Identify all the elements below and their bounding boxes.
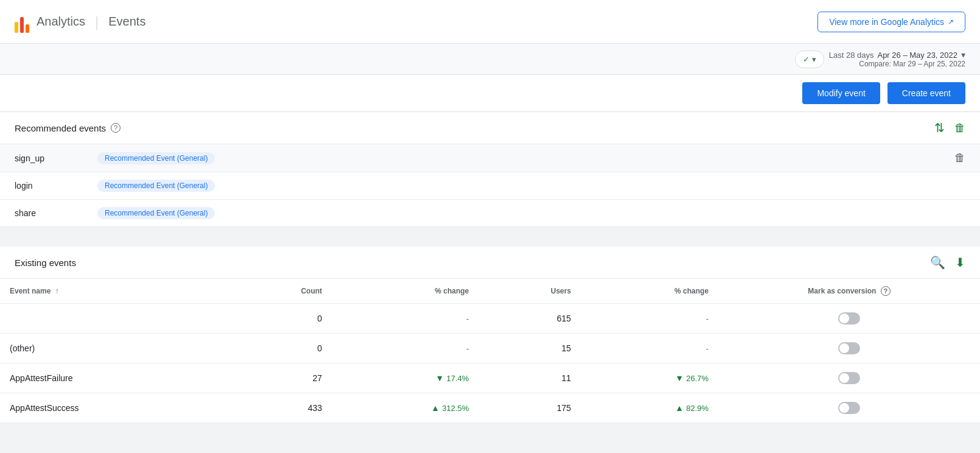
count-trend-icon: ▲	[431, 403, 439, 413]
col-users-change: % change	[581, 279, 718, 304]
date-range-info: Last 28 days Apr 26 – May 23, 2022 ▾ Com…	[829, 50, 965, 68]
col-mark-conversion: Mark as conversion ?	[718, 279, 980, 304]
recommended-help-icon[interactable]: ?	[111, 123, 121, 133]
recommended-delete-button[interactable]: 🗑	[954, 122, 965, 135]
view-more-button[interactable]: View more in Google Analytics ↗	[817, 12, 965, 32]
count-change-value: 312.5%	[442, 404, 469, 413]
col-count-change: % change	[332, 279, 478, 304]
date-range-dropdown[interactable]: ▾	[961, 50, 965, 60]
existing-header: Existing events 🔍 ⬇	[0, 247, 980, 279]
filter-chevron-icon: ▾	[812, 55, 816, 64]
count-change-cell: ▲ 312.5%	[332, 393, 478, 423]
conversion-toggle-cell	[718, 334, 980, 363]
event-name-cell	[0, 304, 228, 334]
col-count: Count	[228, 279, 332, 304]
count-change-cell: ▼ 17.4%	[332, 363, 478, 393]
table-row: (other) 0 - 15 -	[0, 334, 980, 363]
conversion-toggle[interactable]	[838, 402, 860, 414]
filter-check-icon: ✓	[803, 55, 810, 64]
download-button[interactable]: ⬇	[955, 255, 965, 270]
event-name-cell: AppAttestFailure	[0, 363, 228, 393]
header-divider: |	[95, 13, 99, 30]
existing-section: Existing events 🔍 ⬇ Event name ↑ Count %…	[0, 247, 980, 423]
external-link-icon: ↗	[948, 18, 954, 26]
count-change-value: 17.4%	[446, 374, 469, 383]
count-cell: 0	[228, 334, 332, 363]
create-event-button[interactable]: Create event	[887, 82, 965, 104]
recommended-event-row: share Recommended Event (General)	[0, 200, 980, 227]
action-row: Modify event Create event	[0, 75, 980, 112]
event-name-login: login	[15, 181, 88, 191]
app-header: Analytics | Events View more in Google A…	[0, 0, 980, 44]
sort-icon: ↑	[55, 287, 59, 295]
conversion-toggle[interactable]	[838, 342, 860, 354]
recommended-icons: ⇅ 🗑	[934, 121, 965, 135]
logo-bar-1	[15, 22, 18, 33]
users-change-cell: ▲ 82.9%	[581, 393, 718, 423]
users-cell: 15	[478, 334, 581, 363]
count-cell: 27	[228, 363, 332, 393]
event-name-sign-up: sign_up	[15, 153, 88, 163]
col-users: Users	[478, 279, 581, 304]
logo-bar-3	[26, 24, 29, 33]
conversion-toggle-cell	[718, 363, 980, 393]
count-cell: 0	[228, 304, 332, 334]
event-name-cell: (other)	[0, 334, 228, 363]
conversion-toggle-cell	[718, 393, 980, 423]
date-range-text: Apr 26 – May 23, 2022	[877, 51, 957, 60]
recommended-event-row: login Recommended Event (General)	[0, 172, 980, 200]
users-change-cell: ▼ 26.7%	[581, 363, 718, 393]
users-change-cell: -	[581, 334, 718, 363]
recommended-sort-button[interactable]: ⇅	[934, 121, 945, 135]
date-bar: ✓ ▾ Last 28 days Apr 26 – May 23, 2022 ▾…	[0, 44, 980, 75]
modify-event-button[interactable]: Modify event	[802, 82, 880, 104]
event-name-share: share	[15, 208, 88, 218]
users-cell: 615	[478, 304, 581, 334]
count-trend-icon: ▼	[436, 373, 444, 383]
count-change-cell: -	[332, 334, 478, 363]
table-row: AppAttestSuccess 433 ▲ 312.5% 175 ▲ 82.9…	[0, 393, 980, 423]
header-left: Analytics | Events	[15, 11, 145, 33]
users-trend-icon: ▲	[675, 403, 684, 413]
count-cell: 433	[228, 393, 332, 423]
page-name: Events	[108, 15, 145, 29]
analytics-logo	[15, 11, 29, 33]
table-header-row: Event name ↑ Count % change Users % chan…	[0, 279, 980, 304]
recommended-title: Recommended events ?	[15, 123, 121, 133]
event-tag-sign-up: Recommended Event (General)	[97, 152, 215, 164]
users-cell: 11	[478, 363, 581, 393]
conversion-help-icon[interactable]: ?	[881, 286, 891, 296]
event-name-cell: AppAttestSuccess	[0, 393, 228, 423]
last-period-label: Last 28 days	[829, 51, 874, 60]
compare-text: Compare: Mar 29 – Apr 25, 2022	[829, 60, 965, 68]
app-name: Analytics	[37, 15, 85, 29]
existing-title: Existing events	[15, 258, 76, 268]
sign-up-delete-button[interactable]: 🗑	[954, 152, 965, 164]
users-change-value: 26.7%	[686, 374, 709, 383]
section-gap	[0, 227, 980, 237]
users-change-value: 82.9%	[686, 404, 709, 413]
col-event-name: Event name ↑	[0, 279, 228, 304]
recommended-header: Recommended events ? ⇅ 🗑	[0, 112, 980, 144]
users-trend-icon: ▼	[675, 373, 684, 383]
event-tag-share: Recommended Event (General)	[97, 207, 215, 219]
events-table: Event name ↑ Count % change Users % chan…	[0, 279, 980, 423]
filter-button[interactable]: ✓ ▾	[795, 51, 824, 68]
table-row: 0 - 615 -	[0, 304, 980, 334]
existing-icons: 🔍 ⬇	[930, 255, 965, 270]
users-cell: 175	[478, 393, 581, 423]
logo-bar-2	[20, 17, 24, 33]
conversion-toggle[interactable]	[838, 312, 860, 325]
users-change-cell: -	[581, 304, 718, 334]
recommended-event-row: sign_up Recommended Event (General) 🗑	[0, 144, 980, 172]
table-row: AppAttestFailure 27 ▼ 17.4% 11 ▼ 26.7%	[0, 363, 980, 393]
search-button[interactable]: 🔍	[930, 255, 945, 270]
event-tag-login: Recommended Event (General)	[97, 180, 215, 192]
count-change-cell: -	[332, 304, 478, 334]
conversion-toggle[interactable]	[838, 372, 860, 384]
conversion-toggle-cell	[718, 304, 980, 334]
view-more-label: View more in Google Analytics	[829, 17, 944, 27]
recommended-section: Recommended events ? ⇅ 🗑 sign_up Recomme…	[0, 112, 980, 227]
